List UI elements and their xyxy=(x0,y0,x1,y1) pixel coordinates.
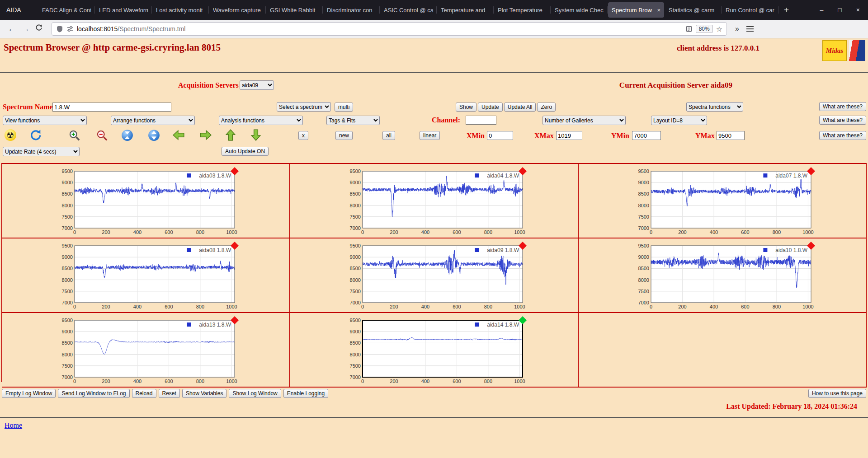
svg-text:0: 0 xyxy=(361,304,364,309)
gallery-cell-aida08[interactable]: 7000750080008500900095000200400600800100… xyxy=(2,238,290,313)
gallery-cell-aida09[interactable]: 7000750080008500900095000200400600800100… xyxy=(290,238,578,313)
zoom-in-icon[interactable] xyxy=(68,129,80,141)
linear-button[interactable]: linear xyxy=(420,131,440,140)
view-functions-dropdown[interactable]: View functions xyxy=(3,116,87,125)
chart-svg: 7000750080008500900095000200400600800100… xyxy=(57,166,247,236)
empty-log-window-button[interactable]: Empty Log Window xyxy=(2,389,56,398)
svg-text:1000: 1000 xyxy=(802,304,813,309)
what-are-these-button-2[interactable]: What are these? xyxy=(819,116,866,125)
number-of-galleries-dropdown[interactable]: Number of Galleries xyxy=(542,116,626,125)
back-button[interactable]: ← xyxy=(5,24,18,34)
auto-update-button[interactable]: Auto Update ON xyxy=(222,147,269,156)
svg-text:9000: 9000 xyxy=(350,180,361,185)
gallery-cell-aida10[interactable]: 7000750080008500900095000200400600800100… xyxy=(579,238,867,313)
close-icon[interactable]: × xyxy=(856,6,860,14)
what-are-these-button-1[interactable]: What are these? xyxy=(819,102,866,111)
svg-text:8000: 8000 xyxy=(638,277,649,283)
scroll-down-icon[interactable] xyxy=(250,129,262,141)
svg-text:9500: 9500 xyxy=(638,243,649,248)
current-acquisition-server: Current Acquisition Server aida09 xyxy=(619,81,732,90)
tab-asic-control-ca[interactable]: ASIC Control @ ca xyxy=(380,2,436,18)
show-button[interactable]: Show xyxy=(456,103,476,112)
scroll-left-icon[interactable] xyxy=(172,129,185,141)
zoom-level-badge[interactable]: 80% xyxy=(696,25,713,33)
maximize-icon[interactable]: □ xyxy=(838,6,841,14)
tab-statistics-carm[interactable]: Statistics @ carm xyxy=(665,2,721,18)
gallery-cell-aida14[interactable]: 7000750080008500900095000200400600800100… xyxy=(290,313,578,388)
tab-spectrum-brow[interactable]: Spectrum Brow× xyxy=(608,2,664,18)
svg-text:9500: 9500 xyxy=(350,168,361,174)
tab-system-wide-chec[interactable]: System wide Chec xyxy=(551,2,607,18)
refresh-icon[interactable] xyxy=(29,129,42,141)
zoom-out-icon[interactable] xyxy=(95,129,108,141)
overflow-chevron-icon[interactable]: » xyxy=(735,25,739,33)
minimize-icon[interactable]: – xyxy=(820,6,824,14)
arrange-functions-dropdown[interactable]: Arrange functions xyxy=(111,116,195,125)
tab-run-control-car[interactable]: Run Control @ car xyxy=(722,2,778,18)
update-button[interactable]: Update xyxy=(478,103,503,112)
gallery-cell-aida04[interactable]: 7000750080008500900095000200400600800100… xyxy=(290,164,578,238)
menu-icon[interactable] xyxy=(746,26,754,32)
svg-text:7500: 7500 xyxy=(62,289,73,294)
channel-input[interactable] xyxy=(466,116,496,125)
radiation-icon[interactable]: ☢ xyxy=(5,129,16,141)
tab-led-and-waveform[interactable]: LED and Waveform xyxy=(95,2,151,18)
enable-logging-button[interactable]: Enable Logging xyxy=(283,389,328,398)
url-text[interactable]: localhost:8015/Spectrum/Spectrum.tml xyxy=(77,25,185,33)
tab-plot-temperature[interactable]: Plot Temperature xyxy=(494,2,550,18)
forward-button[interactable]: → xyxy=(18,24,32,34)
svg-text:7500: 7500 xyxy=(638,289,649,294)
home-link[interactable]: Home xyxy=(5,421,22,430)
what-are-these-button-3[interactable]: What are these? xyxy=(819,131,866,140)
show-variables-button[interactable]: Show Variables xyxy=(182,389,227,398)
ymin-input[interactable] xyxy=(632,131,661,140)
tab-discriminator-con[interactable]: Discriminator con xyxy=(323,2,379,18)
svg-text:200: 200 xyxy=(390,229,398,235)
tab-gsi-white-rabbit[interactable]: GSI White Rabbit xyxy=(266,2,322,18)
tab-fadc-align-cont[interactable]: FADC Align & Cont xyxy=(38,2,94,18)
multi-button[interactable]: multi xyxy=(335,103,353,112)
reload-button[interactable]: Reload xyxy=(132,389,156,398)
chart-legend-label: aida13 1.8.W xyxy=(199,322,231,328)
compress-y-icon[interactable] xyxy=(121,129,133,141)
shield-icon[interactable] xyxy=(56,25,63,33)
xmin-input[interactable] xyxy=(487,131,513,140)
scroll-right-icon[interactable] xyxy=(199,129,212,141)
new-tab-button[interactable]: + xyxy=(778,5,794,15)
select-spectrum-dropdown[interactable]: Select a spectrum xyxy=(277,102,331,112)
gallery-cell-aida03[interactable]: 7000750080008500900095000200400600800100… xyxy=(2,164,290,238)
spectra-functions-dropdown[interactable]: Spectra functions xyxy=(686,102,743,112)
scroll-up-icon[interactable] xyxy=(224,129,237,141)
url-bar[interactable]: localhost:8015/Spectrum/Spectrum.tml 80%… xyxy=(52,22,727,36)
tab-waveform-capture[interactable]: Waveform capture xyxy=(209,2,265,18)
reader-mode-icon[interactable] xyxy=(685,25,693,33)
ymax-input[interactable] xyxy=(717,131,745,140)
zero-button[interactable]: Zero xyxy=(537,103,556,112)
show-log-window-button[interactable]: Show Log Window xyxy=(229,389,281,398)
tab-close-icon[interactable]: × xyxy=(657,7,660,14)
new-button[interactable]: new xyxy=(335,131,353,140)
all-button[interactable]: all xyxy=(382,131,395,140)
gallery-cell-aida13[interactable]: 7000750080008500900095000200400600800100… xyxy=(2,313,290,388)
expand-y-icon[interactable] xyxy=(147,129,160,141)
gallery-cell-aida07[interactable]: 7000750080008500900095000200400600800100… xyxy=(579,164,867,238)
svg-text:7000: 7000 xyxy=(638,300,649,305)
send-log-window-to-elog-button[interactable]: Send Log Window to ELog xyxy=(58,389,129,398)
update-all-button[interactable]: Update All xyxy=(504,103,536,112)
reload-button[interactable] xyxy=(32,24,45,34)
reset-button[interactable]: Reset xyxy=(159,389,180,398)
bookmark-star-icon[interactable]: ☆ xyxy=(716,25,722,33)
tab-lost-activity-monit[interactable]: Lost activity monit xyxy=(152,2,208,18)
tags-fits-dropdown[interactable]: Tags & Fits xyxy=(326,116,380,125)
spectrum-name-input[interactable] xyxy=(52,103,171,112)
acquisition-server-select[interactable]: aida09 xyxy=(240,80,274,90)
update-rate-dropdown[interactable]: Update Rate (4 secs) xyxy=(3,147,80,156)
x-axis-button[interactable]: x xyxy=(298,131,308,140)
xmax-input[interactable] xyxy=(556,131,582,140)
tab-label: GSI White Rabbit xyxy=(270,7,319,14)
how-to-use-button[interactable]: How to use this page xyxy=(808,389,866,398)
site-permissions-icon[interactable] xyxy=(66,25,74,33)
layout-id-dropdown[interactable]: Layout ID=8 xyxy=(651,116,707,125)
tab-temperature-and[interactable]: Temperature and xyxy=(437,2,493,18)
analysis-functions-dropdown[interactable]: Analysis functions xyxy=(219,116,303,125)
